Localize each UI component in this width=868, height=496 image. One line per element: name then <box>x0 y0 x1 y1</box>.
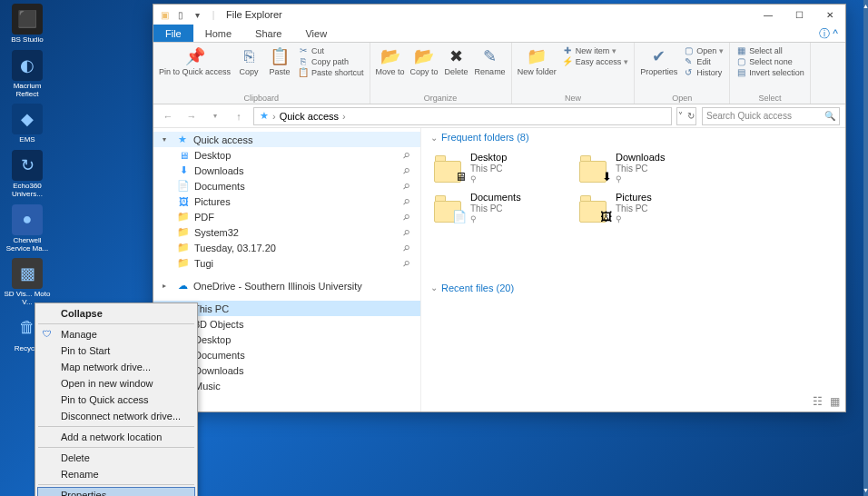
context-menu-item[interactable]: Properties <box>37 487 195 496</box>
desktop-icon[interactable]: ▩SD Vis... Moto V... <box>4 258 51 307</box>
nav-item[interactable]: 🖼Pictures⚲ <box>153 193 420 209</box>
pin-icon: ⚲ <box>400 195 411 206</box>
nav-onedrive[interactable]: ▸☁OneDrive - Southern Illinois Universit… <box>153 278 420 293</box>
copy-to-button[interactable]: 📂Copy to <box>410 45 439 76</box>
ribbon-tabs: File Home Share View ⓘ ^ <box>153 25 845 43</box>
nav-item[interactable]: 📄Documents⚲ <box>153 178 420 193</box>
qat-item[interactable]: ▯ <box>173 7 188 22</box>
recent-files-header[interactable]: Recent files (20) <box>430 283 836 293</box>
folder-icon: 📁 <box>177 211 190 223</box>
frequent-folder[interactable]: 🖼 PicturesThis PC⚲ <box>576 188 721 228</box>
icon-label: Echo360 Univers... <box>4 183 51 199</box>
pin-to-quick-access-button[interactable]: 📌 Pin to Quick access <box>159 45 231 76</box>
pin-icon: 📌 <box>184 45 206 67</box>
new-item-button[interactable]: ✚New item ▾ <box>562 45 629 55</box>
view-large-icon[interactable]: ▦ <box>830 395 840 408</box>
qat-dropdown-icon[interactable]: ▾ <box>190 7 204 22</box>
nav-item[interactable]: 📁Tugi⚲ <box>153 255 420 271</box>
nav-item[interactable]: 🖥Desktop⚲ <box>153 147 420 163</box>
nav-quick-access[interactable]: ▾★Quick access <box>153 132 420 147</box>
content-pane[interactable]: Frequent folders (8) 🖥 DesktopThis PC⚲⬇ … <box>421 128 845 412</box>
separator <box>38 323 194 324</box>
context-menu-item[interactable]: Open in new window <box>37 375 195 392</box>
folder-sublabel: This PC <box>616 203 652 214</box>
group-label: New <box>518 93 629 104</box>
rename-button[interactable]: ✎Rename <box>475 45 506 76</box>
move-icon: 📂 <box>380 45 401 67</box>
view-details-icon[interactable]: ☷ <box>813 395 823 408</box>
frequent-folder[interactable]: 🖥 DesktopThis PC⚲ <box>430 148 576 188</box>
folder-icon: 📄 <box>434 192 465 223</box>
invert-selection-button[interactable]: ▤Invert selection <box>735 67 804 77</box>
history-button[interactable]: ↺History <box>683 67 724 77</box>
frequent-folder[interactable]: 📄 DocumentsThis PC⚲ <box>430 188 576 228</box>
nav-forward-button[interactable]: → <box>182 107 201 125</box>
tab-share[interactable]: Share <box>243 25 293 42</box>
copyto-icon: 📂 <box>413 45 435 67</box>
context-menu-item[interactable]: 🛡Manage <box>37 326 195 342</box>
paste-shortcut-button[interactable]: 📋Paste shortcut <box>298 67 364 77</box>
desktop-icon[interactable]: ◆EMS <box>4 104 51 144</box>
context-menu-item[interactable]: Collapse <box>37 305 195 322</box>
select-all-button[interactable]: ▦Select all <box>735 45 804 55</box>
folder-icon: 📁 <box>177 226 190 238</box>
folder-sublabel: This PC <box>470 164 507 174</box>
cut-icon: ✂ <box>298 45 309 55</box>
move-to-button[interactable]: 📂Move to <box>376 45 405 76</box>
ribbon-help-icon[interactable]: ⓘ ^ <box>812 26 845 42</box>
refresh-select[interactable]: ˅ ↻ <box>676 107 696 125</box>
scrollbar[interactable] <box>863 0 868 496</box>
nav-item[interactable]: ⬇Downloads⚲ <box>153 163 420 178</box>
nav-up-button[interactable]: ↑ <box>230 107 248 125</box>
folder-icon: ▣ <box>157 7 172 22</box>
tab-file[interactable]: File <box>153 25 193 42</box>
desktop-icon[interactable]: ●Cherwell Service Ma... <box>4 204 51 253</box>
select-all-icon: ▦ <box>735 45 746 55</box>
minimize-button[interactable]: — <box>753 5 784 25</box>
tab-home[interactable]: Home <box>193 25 243 42</box>
nav-item[interactable]: 📁PDF⚲ <box>153 209 420 224</box>
copy-button[interactable]: ⎘ Copy <box>236 45 261 76</box>
maximize-button[interactable]: ☐ <box>784 5 814 25</box>
delete-button[interactable]: ✖Delete <box>444 45 469 76</box>
breadcrumb[interactable]: ★ › Quick access › <box>253 107 672 125</box>
search-input[interactable]: Search Quick access 🔍 <box>702 107 840 125</box>
context-menu-item[interactable]: Disconnect network drive... <box>37 408 195 424</box>
shield-icon: 🛡 <box>43 329 52 339</box>
context-menu-item[interactable]: Pin to Start <box>37 342 195 359</box>
desktop-icon[interactable]: ⬛BS Studio <box>4 4 51 45</box>
nav-item[interactable]: 📁Tuesday, 03.17.20⚲ <box>153 240 420 255</box>
context-menu-item[interactable]: Delete <box>37 450 195 466</box>
new-folder-icon: 📁 <box>526 45 547 67</box>
context-menu-item[interactable]: Pin to Quick access <box>37 392 195 408</box>
nav-recent-dropdown[interactable]: ▾ <box>206 107 224 125</box>
select-none-button[interactable]: ▢Select none <box>735 56 804 66</box>
desktop-icon[interactable]: ◐Macrium Reflect <box>4 50 51 99</box>
close-button[interactable]: ✕ <box>814 5 845 25</box>
properties-button[interactable]: ✔Properties <box>640 45 677 76</box>
nav-item[interactable]: 📁System32⚲ <box>153 224 420 240</box>
cloud-icon: ☁ <box>176 280 189 292</box>
edit-button[interactable]: ✎Edit <box>683 56 724 66</box>
nav-back-button[interactable]: ← <box>159 107 177 125</box>
pin-icon: ⚲ <box>616 214 652 224</box>
search-icon: 🔍 <box>824 111 835 121</box>
frequent-folders-header[interactable]: Frequent folders (8) <box>430 132 836 143</box>
context-menu-item[interactable]: Map network drive... <box>37 359 195 375</box>
open-button[interactable]: ▢Open ▾ <box>683 45 724 55</box>
folder-icon: 🖥 <box>177 150 190 161</box>
paste-button[interactable]: 📋 Paste <box>267 45 292 76</box>
copy-path-button[interactable]: ⎘Copy path <box>298 56 364 66</box>
context-menu-item[interactable]: Rename <box>37 466 195 482</box>
paste-shortcut-icon: 📋 <box>298 67 309 77</box>
new-folder-button[interactable]: 📁New folder <box>518 45 557 76</box>
cut-button[interactable]: ✂Cut <box>298 45 364 55</box>
context-menu-item[interactable]: Add a network location <box>37 429 195 445</box>
context-menu: Collapse🛡ManagePin to StartMap network d… <box>35 303 198 496</box>
frequent-folder[interactable]: ⬇ DownloadsThis PC⚲ <box>576 148 721 188</box>
app-icon: ● <box>12 204 43 235</box>
icon-label: Cherwell Service Ma... <box>4 237 51 253</box>
easy-access-button[interactable]: ⚡Easy access ▾ <box>562 56 629 66</box>
desktop-icon[interactable]: ↻Echo360 Univers... <box>4 150 51 199</box>
tab-view[interactable]: View <box>293 25 339 42</box>
